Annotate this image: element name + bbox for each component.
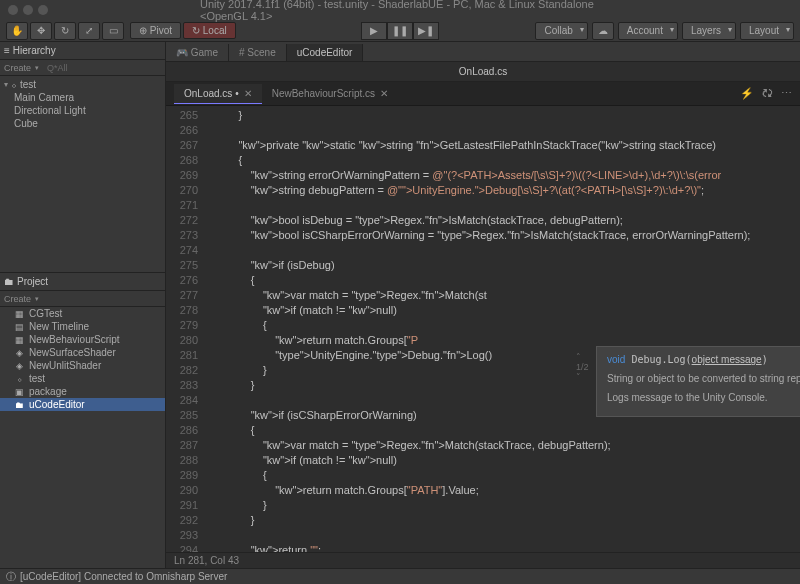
editor-tab[interactable]: # Scene	[229, 44, 287, 61]
project-item[interactable]: ▦CGTest	[0, 307, 165, 320]
hierarchy-title: ≡ Hierarchy	[4, 45, 56, 56]
hierarchy-header: ≡ Hierarchy	[0, 42, 165, 60]
hierarchy-item[interactable]: Directional Light	[0, 104, 165, 117]
maximize-window[interactable]	[38, 5, 48, 15]
account-dropdown[interactable]: Account	[618, 22, 678, 40]
layout-dropdown[interactable]: Layout	[740, 22, 794, 40]
project-item[interactable]: ▣package	[0, 385, 165, 398]
code-content[interactable]: } "kw">private "kw">static "kw">string "…	[206, 106, 800, 552]
project-title: 🖿 Project	[4, 276, 48, 287]
code-line[interactable]: }	[214, 513, 800, 528]
code-line[interactable]: "kw">var match = "type">Regex."fn">Match…	[214, 438, 800, 453]
signature-tooltip: void Debug.Log(object message) String or…	[596, 346, 800, 417]
cloud-icon[interactable]: ☁	[592, 22, 614, 40]
code-line[interactable]: "kw">if (isDebug)	[214, 258, 800, 273]
hand-tool[interactable]: ✋	[6, 22, 28, 40]
play-button[interactable]: ▶	[361, 22, 387, 40]
project-item[interactable]: ▤New Timeline	[0, 320, 165, 333]
project-item[interactable]: 🖿uCodeEditor	[0, 398, 165, 411]
code-line[interactable]: }	[214, 498, 800, 513]
code-line[interactable]: "kw">string debugPattern = @"">UnityEngi…	[214, 183, 800, 198]
line-gutter: 2652662672682692702712722732742752762772…	[166, 106, 206, 552]
editor-tab[interactable]: uCodeEditor	[287, 44, 364, 61]
code-line[interactable]: {	[214, 153, 800, 168]
traffic-lights[interactable]	[8, 5, 48, 15]
pivot-button[interactable]: ⊕ Pivot	[130, 22, 181, 39]
hierarchy-toolbar: Create ▾ Q*All	[0, 60, 165, 76]
save-icon[interactable]: ⚡	[740, 87, 754, 100]
file-tab[interactable]: NewBehaviourScript.cs✕	[262, 84, 398, 104]
step-button[interactable]: ▶❚	[413, 22, 439, 40]
project-create-button[interactable]: Create	[4, 294, 31, 304]
search-input[interactable]: Q*All	[47, 63, 68, 73]
code-line[interactable]: "kw">bool isCSharpErrorOrWarning = "type…	[214, 228, 800, 243]
close-icon[interactable]: ✕	[244, 88, 252, 99]
layers-dropdown[interactable]: Layers	[682, 22, 736, 40]
hierarchy-item[interactable]: Main Camera	[0, 91, 165, 104]
right-toolbar: Collab ☁ Account Layers Layout	[535, 22, 794, 40]
code-line[interactable]: {	[214, 318, 800, 333]
expand-icon[interactable]: ▾	[4, 80, 8, 89]
project-tree: ▦CGTest▤New Timeline▦NewBehaviourScript◈…	[0, 307, 165, 411]
code-line[interactable]: "kw">if (match != "kw">null)	[214, 453, 800, 468]
code-line[interactable]: "kw">private "kw">static "kw">string "fn…	[214, 138, 800, 153]
local-label: Local	[203, 25, 227, 36]
close-icon[interactable]: ✕	[380, 88, 388, 99]
minimize-window[interactable]	[23, 5, 33, 15]
layout-label: Layout	[749, 25, 779, 36]
code-line[interactable]: {	[214, 423, 800, 438]
cursor-position: Ln 281, Col 43	[174, 555, 239, 566]
code-line[interactable]: "kw">return match.Groups["PATH"].Value;	[214, 483, 800, 498]
hierarchy-item[interactable]: Cube	[0, 117, 165, 130]
shader-icon: ◈	[14, 347, 25, 358]
code-line[interactable]: "kw">var match = "type">Regex."fn">Match…	[214, 288, 800, 303]
chevron-down-icon[interactable]: ▾	[35, 64, 39, 72]
left-panel: ≡ Hierarchy Create ▾ Q*All ▾ ⬦ test Main…	[0, 42, 166, 568]
code-line[interactable]	[214, 243, 800, 258]
project-item[interactable]: ◈NewUnlitShader	[0, 359, 165, 372]
code-line[interactable]	[214, 123, 800, 138]
hierarchy-tree: ▾ ⬦ test Main CameraDirectional LightCub…	[0, 76, 165, 132]
code-line[interactable]	[214, 198, 800, 213]
code-line[interactable]: "kw">return "";	[214, 543, 800, 552]
scale-tool[interactable]: ⤢	[78, 22, 100, 40]
cs-icon: ▦	[14, 334, 25, 345]
play-controls: ▶ ❚❚ ▶❚	[361, 22, 439, 40]
code-line[interactable]: {	[214, 468, 800, 483]
editor-tab[interactable]: 🎮 Game	[166, 44, 229, 61]
scene-icon: ⬦	[14, 373, 25, 384]
code-area[interactable]: 2652662672682692702712722732742752762772…	[166, 106, 800, 552]
create-button[interactable]: Create	[4, 63, 31, 73]
account-label: Account	[627, 25, 663, 36]
sync-icon[interactable]: 🗘	[762, 87, 773, 100]
file-tab[interactable]: OnLoad.cs •✕	[174, 84, 262, 104]
editor-tabs: 🎮 Game# SceneuCodeEditor	[166, 42, 800, 62]
code-line[interactable]: "kw">if (match != "kw">null)	[214, 303, 800, 318]
rect-tool[interactable]: ▭	[102, 22, 124, 40]
project-item[interactable]: ⬦test	[0, 372, 165, 385]
layers-label: Layers	[691, 25, 721, 36]
collab-dropdown[interactable]: Collab	[535, 22, 587, 40]
code-line[interactable]: "kw">bool isDebug = "type">Regex."fn">Is…	[214, 213, 800, 228]
collab-label: Collab	[544, 25, 572, 36]
chevron-down-icon[interactable]: ▾	[35, 295, 39, 303]
code-line[interactable]: }	[214, 108, 800, 123]
more-icon[interactable]: ⋯	[781, 87, 792, 100]
code-line[interactable]: "kw">string errorOrWarningPattern = @"(?…	[214, 168, 800, 183]
cs-icon: ▦	[14, 308, 25, 319]
close-window[interactable]	[8, 5, 18, 15]
project-item[interactable]: ◈NewSurfaceShader	[0, 346, 165, 359]
rotate-tool[interactable]: ↻	[54, 22, 76, 40]
code-line[interactable]	[214, 528, 800, 543]
tooltip-signature: void Debug.Log(object message)	[607, 353, 800, 367]
project-toolbar: Create ▾	[0, 291, 165, 307]
code-line[interactable]: {	[214, 273, 800, 288]
project-item[interactable]: ▦NewBehaviourScript	[0, 333, 165, 346]
timeline-icon: ▤	[14, 321, 25, 332]
tool-group: ✋ ✥ ↻ ⤢ ▭	[6, 22, 124, 40]
local-button[interactable]: ↻ Local	[183, 22, 236, 39]
window-title: Unity 2017.4.1f1 (64bit) - test.unity - …	[200, 0, 600, 22]
move-tool[interactable]: ✥	[30, 22, 52, 40]
scene-root[interactable]: ▾ ⬦ test	[0, 78, 165, 91]
pause-button[interactable]: ❚❚	[387, 22, 413, 40]
